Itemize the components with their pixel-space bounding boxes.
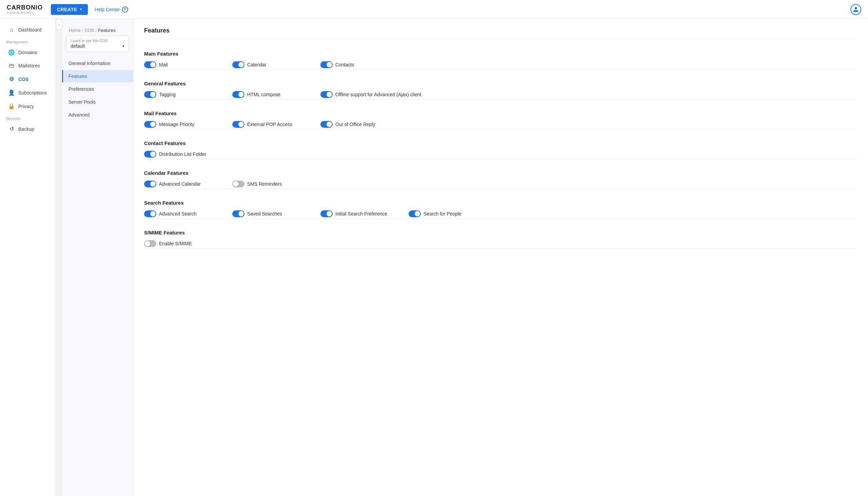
feature-label-distribution-list-folder: Distribution List Folder [159, 152, 206, 157]
feature-section-title-mail-features: Mail Features [144, 105, 857, 116]
user-avatar[interactable] [850, 4, 861, 15]
feature-item-html-compose: HTML compose [232, 91, 320, 98]
section-divider-search-features [144, 218, 857, 219]
feature-label-html-compose: HTML compose [247, 92, 280, 97]
sidebar-item-cos[interactable]: ⚙COS [2, 73, 54, 86]
feature-item-offline-support: Offline support for Advanced (Ajax) clie… [320, 91, 428, 98]
sidebar-icon-subscriptions: 👤 [8, 90, 15, 96]
toggle-knob-advanced-search [150, 211, 155, 217]
feature-section-title-search-features: Search Features [144, 195, 857, 206]
toggle-external-pop-access[interactable] [232, 121, 244, 128]
toggle-message-priority[interactable] [144, 121, 156, 128]
toggle-initial-search-preference[interactable] [320, 211, 333, 217]
feature-item-mail: Mail [144, 61, 232, 68]
feature-section-calendar-features: Calendar FeaturesAdvanced CalendarSMS Re… [144, 165, 857, 189]
section-divider-smime-features [144, 248, 857, 249]
panel-nav-features[interactable]: Features [62, 70, 133, 82]
toggle-knob-mail [150, 62, 155, 67]
toggle-knob-enable-smime [145, 241, 150, 246]
feature-item-contacts: Contacts [320, 61, 408, 68]
section-divider-main-features [144, 69, 857, 70]
features-row-search-features: Advanced SearchSaved SearchesInitial Sea… [144, 211, 857, 217]
features-row-smime-features: Enable S/MIME [144, 240, 857, 247]
toggle-enable-smime[interactable] [144, 240, 156, 247]
toggle-offline-support[interactable] [320, 91, 333, 98]
toggle-contacts[interactable] [320, 61, 333, 68]
sidebar-icon-cos: ⚙ [8, 76, 15, 82]
sidebar-item-dashboard[interactable]: ⌂Dashboard [2, 24, 54, 36]
sidebar-label-dashboard: Dashboard [18, 27, 42, 32]
sidebar-label-backup: Backup [18, 126, 34, 132]
feature-section-contact-features: Contact FeaturesDistribution List Folder [144, 135, 857, 159]
toggle-saved-searches[interactable] [232, 211, 244, 217]
toggle-knob-initial-search-preference [327, 211, 332, 217]
panel-nav-preferences[interactable]: Preferences [62, 83, 133, 95]
feature-label-saved-searches: Saved Searches [247, 211, 282, 217]
features-row-general-features: TaggingHTML composeOffline support for A… [144, 91, 857, 98]
sidebar-icon-mailstores: 🗃 [8, 63, 15, 69]
feature-section-title-smime-features: S/MIME Features [144, 224, 857, 235]
sidebar-item-domains[interactable]: 🌐Domains [2, 46, 54, 59]
feature-label-enable-smime: Enable S/MIME [159, 241, 192, 246]
feature-section-general-features: General FeaturesTaggingHTML composeOffli… [144, 75, 857, 99]
sidebar-item-mailstores[interactable]: 🗃Mailstores [2, 59, 54, 72]
feature-label-advanced-calendar: Advanced Calendar [159, 181, 201, 187]
feature-section-main-features: Main FeaturesMailCalendarContacts [144, 45, 857, 70]
toggle-distribution-list-folder[interactable] [144, 151, 156, 157]
breadcrumb-cos[interactable]: COS [85, 28, 94, 33]
collapse-sidebar-button[interactable]: ‹ [56, 19, 62, 30]
user-icon [853, 6, 859, 13]
logo: CARBONIO ADMIN PANEL [7, 4, 43, 15]
toggle-knob-message-priority [150, 122, 155, 127]
toggle-knob-saved-searches [238, 211, 244, 217]
breadcrumb-home[interactable]: Home [69, 28, 81, 33]
sidebar-section-management-label: Management [0, 36, 56, 45]
feature-item-saved-searches: Saved Searches [232, 211, 320, 217]
toggle-out-of-office-reply[interactable] [320, 121, 333, 128]
toggle-knob-external-pop-access [238, 122, 244, 127]
sidebar-item-privacy[interactable]: 🔒Privacy [2, 99, 54, 113]
create-button[interactable]: CREATE ▾ [51, 4, 88, 15]
feature-label-initial-search-preference: Initial Search Preference [335, 211, 387, 217]
sidebar-label-privacy: Privacy [18, 104, 34, 109]
toggle-knob-tagging [150, 92, 155, 97]
toggle-advanced-search[interactable] [144, 211, 156, 217]
topbar: CARBONIO ADMIN PANEL CREATE ▾ Help Cente… [0, 0, 868, 19]
toggle-calendar[interactable] [232, 61, 244, 68]
feature-label-tagging: Tagging [159, 92, 176, 97]
sidebar-item-backup[interactable]: ↺Backup [2, 122, 54, 136]
breadcrumb-current: Features [98, 28, 115, 33]
feature-item-calendar: Calendar [232, 61, 320, 68]
sidebar-label-cos: COS [18, 77, 29, 82]
sidebar-item-subscriptions[interactable]: 👤Subscriptions [2, 86, 54, 99]
help-center-link[interactable]: Help Center ? [94, 6, 128, 13]
section-divider-contact-features [144, 159, 857, 159]
section-divider-general-features [144, 99, 857, 99]
sidebar-label-subscriptions: Subscriptions [18, 90, 47, 95]
feature-label-advanced-search: Advanced Search [159, 211, 197, 217]
feature-item-out-of-office-reply: Out of Office Reply [320, 121, 408, 128]
toggle-search-for-people[interactable] [408, 211, 421, 217]
section-divider-mail-features [144, 129, 857, 129]
feature-label-offline-support: Offline support for Advanced (Ajax) clie… [335, 92, 421, 97]
logo-sub: ADMIN PANEL [7, 11, 34, 15]
toggle-knob-search-for-people [415, 211, 420, 217]
feature-section-mail-features: Mail FeaturesMessage PriorityExternal PO… [144, 105, 857, 129]
panel-nav-server-pools[interactable]: Server Pools [62, 96, 133, 108]
sidebar-icon-dashboard: ⌂ [8, 27, 15, 33]
toggle-knob-distribution-list-folder [150, 152, 155, 157]
feature-item-external-pop-access: External POP Access [232, 121, 320, 128]
toggle-tagging[interactable] [144, 91, 156, 98]
logo-main: CARBONIO [7, 4, 43, 11]
feature-label-out-of-office-reply: Out of Office Reply [335, 122, 375, 127]
toggle-knob-out-of-office-reply [327, 122, 332, 127]
cos-selector[interactable]: I want to see this COS default ▾ [66, 35, 129, 52]
toggle-sms-reminders[interactable] [232, 181, 244, 187]
toggle-advanced-calendar[interactable] [144, 181, 156, 187]
features-row-main-features: MailCalendarContacts [144, 61, 857, 68]
second-panel: Home / COS / Features I want to see this… [62, 19, 133, 496]
toggle-html-compose[interactable] [232, 91, 244, 98]
panel-nav-general-information[interactable]: General Information [62, 57, 133, 69]
panel-nav-advanced[interactable]: Advanced [62, 109, 133, 121]
toggle-mail[interactable] [144, 61, 156, 68]
